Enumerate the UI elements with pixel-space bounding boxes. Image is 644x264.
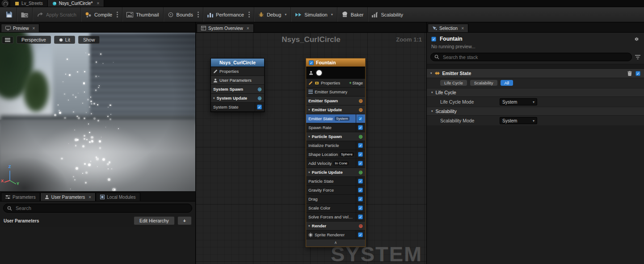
- group-header-life-cycle[interactable]: ▾Life Cycle: [427, 88, 644, 97]
- emitter-node-header[interactable]: ✓ Fountain: [306, 59, 365, 67]
- stack-group-row[interactable]: ▾Render⊕: [306, 222, 365, 230]
- add-module-button[interactable]: ⊕: [358, 98, 363, 104]
- module-enabled-checkbox[interactable]: ✓: [358, 232, 363, 237]
- stack-module-row[interactable]: System State✓: [211, 103, 264, 112]
- browse-button[interactable]: [17, 7, 32, 22]
- stack-group-row[interactable]: Emitter Spawn⊕: [306, 96, 365, 105]
- compile-button[interactable]: Compile: [80, 7, 122, 22]
- chevron-down-icon[interactable]: ▾: [431, 91, 433, 94]
- stack-group-row[interactable]: System Spawn⊕: [211, 85, 264, 94]
- module-enabled-checkbox[interactable]: ✓: [358, 152, 363, 157]
- stack-module-row[interactable]: Scale Color✓: [306, 204, 365, 213]
- tab-selection[interactable]: Selection ×: [428, 24, 468, 32]
- stack-group-row[interactable]: ▾Particle Spawn⊕: [306, 132, 365, 141]
- stack-module-row[interactable]: Shape LocationSphere✓: [306, 150, 365, 159]
- stack-group-row[interactable]: ▾Particle Update⊕: [306, 168, 365, 177]
- stack-module-row[interactable]: Solve Forces and Velocity✓: [306, 213, 365, 222]
- emitter-state-enabled-checkbox[interactable]: ✓: [636, 71, 640, 76]
- module-enabled-checkbox[interactable]: ✓: [358, 179, 363, 184]
- graph-canvas[interactable]: Nsys_CurlCircle Zoom 1:1 SYSTEM Nsys_Cur…: [196, 33, 426, 264]
- module-enabled-checkbox[interactable]: ✓: [358, 116, 363, 121]
- system-node-header[interactable]: Nsys_CurlCircle: [211, 59, 264, 67]
- chevron-down-icon[interactable]: ▾: [331, 13, 333, 17]
- tab-local-modules[interactable]: Local Modules: [96, 193, 140, 201]
- tab-parameters[interactable]: Parameters: [1, 193, 40, 201]
- close-icon[interactable]: ×: [461, 26, 464, 31]
- close-icon[interactable]: ×: [97, 1, 99, 6]
- tab-user-parameters[interactable]: User Parameters×: [40, 193, 96, 201]
- module-enabled-checkbox[interactable]: ✓: [358, 188, 363, 193]
- module-enabled-checkbox[interactable]: ✓: [358, 197, 363, 201]
- simulation-button[interactable]: Simulation▾: [290, 7, 337, 22]
- tab-system-overview[interactable]: System Overview ×: [197, 24, 254, 32]
- chevron-down-icon[interactable]: ▾: [431, 109, 433, 113]
- stack-module-row[interactable]: Initialize Particle✓: [306, 141, 365, 150]
- lit-button[interactable]: Lit: [54, 36, 75, 44]
- filter-tab-all[interactable]: All: [501, 80, 514, 86]
- close-icon[interactable]: ×: [33, 26, 35, 31]
- stack-module-row[interactable]: Properties+Stage: [306, 79, 365, 88]
- module-enabled-checkbox[interactable]: ✓: [358, 161, 363, 166]
- chevron-down-icon[interactable]: ▾: [308, 171, 310, 174]
- chevron-down-icon[interactable]: ▾: [430, 71, 432, 75]
- emitter-node[interactable]: ✓ Fountain Properties+StageEmitter Summa…: [306, 58, 366, 247]
- filter-tab-scalability[interactable]: Scalability: [470, 80, 497, 86]
- parameters-search[interactable]: [3, 204, 192, 213]
- add-module-button[interactable]: ⊕: [257, 96, 262, 101]
- tab-preview[interactable]: Preview ×: [1, 24, 39, 32]
- gear-icon[interactable]: [634, 36, 640, 42]
- stack-group-row[interactable]: ▾System Update⊕: [211, 94, 264, 103]
- stack-module-row[interactable]: Properties: [211, 67, 264, 76]
- parameters-search-input[interactable]: [15, 205, 188, 211]
- save-button[interactable]: [2, 7, 17, 22]
- property-dropdown[interactable]: System▾: [500, 117, 537, 124]
- module-enabled-checkbox[interactable]: ✓: [358, 143, 363, 148]
- document-tab-lv_streets[interactable]: Lv_Streets: [10, 0, 48, 7]
- collapse-node-button[interactable]: ∧: [306, 239, 365, 247]
- chevron-down-icon[interactable]: ▾: [308, 108, 310, 112]
- performance-button[interactable]: Performance: [203, 7, 254, 22]
- chevron-down-icon[interactable]: ▾: [285, 13, 286, 17]
- trash-icon[interactable]: [627, 71, 632, 76]
- chevron-down-icon[interactable]: ▾: [308, 224, 310, 228]
- scalability-button[interactable]: Scalability: [367, 7, 407, 22]
- chevron-down-icon[interactable]: ▾: [308, 135, 310, 138]
- property-dropdown[interactable]: System▾: [500, 98, 537, 105]
- kebab-icon[interactable]: [198, 14, 199, 15]
- emitter-state-header[interactable]: ▾ Emitter State ✓: [427, 69, 644, 78]
- module-enabled-checkbox[interactable]: ✓: [358, 214, 363, 219]
- filter-icon[interactable]: [635, 55, 640, 59]
- thumbnail-button[interactable]: Thumbnail: [122, 7, 163, 22]
- filter-tab-life-cycle[interactable]: Life Cycle: [440, 80, 467, 86]
- chevron-down-icon[interactable]: ▾: [213, 96, 215, 100]
- add-parameter-button[interactable]: +: [177, 216, 192, 225]
- module-enabled-checkbox[interactable]: ✓: [358, 205, 363, 210]
- viewport-menu-button[interactable]: [2, 36, 13, 44]
- module-enabled-checkbox[interactable]: ✓: [257, 105, 262, 109]
- add-module-button[interactable]: ⊕: [358, 107, 363, 113]
- stack-module-row[interactable]: Particle State✓: [306, 177, 365, 186]
- selection-enabled-checkbox[interactable]: ✓: [431, 37, 436, 42]
- baker-button[interactable]: Baker: [337, 7, 368, 22]
- apply-scratch-button[interactable]: Apply Scratch: [32, 7, 80, 22]
- add-module-button[interactable]: ⊕: [358, 223, 363, 229]
- add-stage-button[interactable]: +Stage: [349, 81, 363, 85]
- close-icon[interactable]: ×: [88, 195, 91, 200]
- kebab-icon[interactable]: [117, 14, 118, 15]
- add-module-button[interactable]: ⊕: [257, 87, 262, 92]
- viewport[interactable]: Perspective Lit Show Z X Y: [0, 33, 195, 191]
- document-tab-nsys_curlcircle-[interactable]: Nsys_CurlCircle*×: [48, 0, 104, 7]
- perspective-button[interactable]: Perspective: [17, 36, 51, 44]
- edit-hierarchy-button[interactable]: Edit Hierarchy: [134, 216, 175, 225]
- show-button[interactable]: Show: [78, 36, 100, 44]
- stack-module-row[interactable]: Spawn Rate✓: [306, 123, 365, 132]
- kebab-icon[interactable]: [248, 14, 250, 15]
- close-icon[interactable]: ×: [247, 26, 249, 31]
- stack-module-row[interactable]: User Parameters: [211, 76, 264, 85]
- group-header-scalability[interactable]: ▾Scalability: [427, 107, 644, 116]
- stack-module-row[interactable]: Emitter StateSystem✓: [306, 114, 365, 123]
- stack-module-row[interactable]: Emitter Summary: [306, 88, 365, 96]
- stack-module-row[interactable]: Sprite Renderer✓: [306, 230, 365, 239]
- system-node[interactable]: Nsys_CurlCircle PropertiesUser Parameter…: [210, 58, 265, 112]
- stack-module-row[interactable]: Add VelocityIn Cone✓: [306, 159, 365, 168]
